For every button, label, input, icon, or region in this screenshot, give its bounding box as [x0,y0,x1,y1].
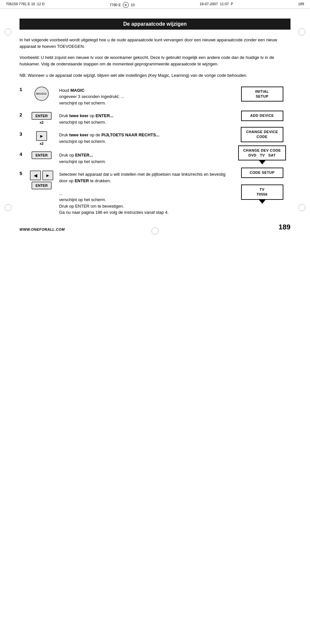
enter-button-icon-step4: ENTER [32,151,51,159]
screen-box-initial-setup: INITIALSETUP [241,87,283,102]
steps-list: 1 MAGIC Houd MAGIC ongeveer 3 seconden i… [19,87,234,222]
screen-box-change-dev-code: CHANGE DEV CODEDVD TV SAT [238,145,286,165]
step-3: 3 ► x2 Druk twee keer op de PIJLTOETS NA… [19,131,234,145]
step-3-number: 3 [19,131,29,137]
intro-paragraph-3: NB: Wanneer u de apparaat code wijzigt, … [19,72,291,79]
arrow-below-change-dev-code [259,160,265,164]
screen-label-change-dev-code: CHANGE DEV CODEDVD TV SAT [238,145,286,161]
arrow-below-tv [259,200,265,204]
step-2-text: Druk twee keer op ENTER... verschijnt op… [59,112,234,125]
step-3-text: Druk twee keer op de PIJLTOETS NAAR RECH… [59,131,234,144]
header-center-left: 7780 E [110,3,121,7]
step-2: 2 ENTER x2 Druk twee keer op ENTER... ve… [19,112,234,125]
step-5-text: Selecteer het apparaat dat u wilt instel… [59,171,234,216]
header-center: 7780 E ⊕ 10 [110,2,135,8]
page-content: De apparaatcode wijzigen In het volgende… [0,9,310,241]
screen-label-change-device-code: CHANGE DEVICECODE [241,127,283,142]
step-5-icon-area: ◀ ► ENTER [29,171,55,189]
enter-button-icon-step5: ENTER [32,182,51,189]
arrow-left-button-icon: ◀ [30,171,41,180]
step-1-text: Houd MAGIC ongeveer 3 seconden ingedrukt… [59,87,234,106]
right-panel: INITIALSETUP ADD DEVICE CHANGE DEVICECOD… [234,87,291,222]
step-1-icon-area: MAGIC [29,87,55,101]
x2-label-step2: x2 [40,120,44,124]
x2-label-step3: x2 [40,142,44,145]
screen-box-change-device-code: CHANGE DEVICECODE [241,127,283,142]
screen-label-code-setup: CODE SETUP [241,168,283,178]
footer-page-number: 189 [278,223,291,231]
header-meta: 706159 7781 E 10 :12 D 7780 E ⊕ 10 18-07… [0,0,310,9]
header-center-right: 10 [131,3,135,7]
screen-label-initial-setup: INITIALSETUP [241,87,283,102]
intro-paragraph-1: In het volgende voorbeeld wordt uitgeleg… [19,37,291,50]
bottom-center-mark [151,227,159,235]
arrow-right-button-icon: ► [36,131,47,141]
step-3-icon-area: ► x2 [29,131,55,145]
intro-paragraph-2: Voorbeeld: U hebt zojuist een nieuwe tv … [19,54,291,67]
footer-url: WWW.ONEFORALL.COM [19,227,65,231]
step-5-number: 5 [19,171,29,176]
screen-label-add-device: ADD DEVICE [241,111,283,121]
page-title: De apparaatcode wijzigen [19,19,291,30]
screen-box-tv: TVT0556 [241,185,283,204]
step-1: 1 MAGIC Houd MAGIC ongeveer 3 seconden i… [19,87,234,106]
magic-button-icon: MAGIC [34,87,49,101]
header-left: 706159 7781 E 10 :12 D [6,2,45,8]
steps-and-panel: 1 MAGIC Houd MAGIC ongeveer 3 seconden i… [19,87,291,222]
step-4-text: Druk op ENTER... verschijnt op het scher… [59,151,234,165]
step-4-number: 4 [19,151,29,157]
screen-box-add-device: ADD DEVICE [241,111,283,121]
step-2-number: 2 [19,112,29,117]
step-5: 5 ◀ ► ENTER Selecteer het apparaat dat u… [19,171,234,216]
step-4-icon-area: ENTER [29,151,55,159]
circle-mark-1: ⊕ [123,2,129,8]
arrows-row: ◀ ► [30,171,53,180]
step-2-icon-area: ENTER x2 [29,112,55,124]
step-4: 4 ENTER Druk op ENTER... verschijnt op h… [19,151,234,165]
header-right: 18-07-2007 11:07 P [200,2,233,8]
arrow-right-button-icon-step5: ► [42,171,53,180]
screen-label-tv: TVT0556 [241,185,283,200]
enter-button-icon-step2: ENTER [32,112,51,120]
header-page: 189 [298,2,304,8]
step-1-number: 1 [19,87,29,92]
screen-box-code-setup: CODE SETUP [241,168,283,178]
